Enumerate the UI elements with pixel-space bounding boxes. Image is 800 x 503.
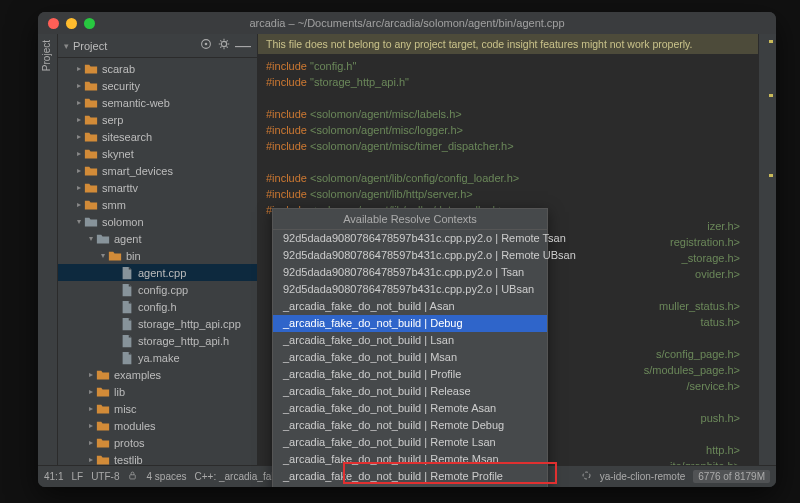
left-gutter: Project: [38, 34, 58, 465]
tree-node[interactable]: ▸modules: [58, 417, 257, 434]
tree-node[interactable]: ▸smart_devices: [58, 162, 257, 179]
tree-node[interactable]: ▾agent: [58, 230, 257, 247]
tree-node[interactable]: ▸sitesearch: [58, 128, 257, 145]
popup-item[interactable]: _arcadia_fake_do_not_build | Remote Msan: [273, 451, 547, 468]
tree-node[interactable]: ▸skynet: [58, 145, 257, 162]
popup-item[interactable]: _arcadia_fake_do_not_build | Remote Debu…: [273, 417, 547, 434]
titlebar: arcadia – ~/Documents/arc/arcadia/solomo…: [38, 12, 776, 34]
editor-marker-bar[interactable]: [758, 34, 776, 465]
indent-settings[interactable]: 4 spaces: [146, 471, 186, 482]
tree-node[interactable]: storage_http_api.h: [58, 332, 257, 349]
tree-node[interactable]: ▸scarab: [58, 60, 257, 77]
tree-node[interactable]: ▸security: [58, 77, 257, 94]
tree-node[interactable]: config.h: [58, 298, 257, 315]
tree-node[interactable]: ▸smarttv: [58, 179, 257, 196]
popup-title: Available Resolve Contexts: [273, 209, 547, 230]
minimize-window-button[interactable]: [66, 18, 77, 29]
memory-indicator[interactable]: 6776 of 8179M: [693, 470, 770, 483]
tree-node[interactable]: ▸testlib: [58, 451, 257, 465]
tree-node[interactable]: ya.make: [58, 349, 257, 366]
file-encoding[interactable]: UTF-8: [91, 471, 119, 482]
background-process[interactable]: ya-ide-clion-remote: [600, 471, 686, 482]
window-title: arcadia – ~/Documents/arc/arcadia/solomo…: [38, 17, 776, 29]
hide-panel-icon[interactable]: —: [235, 37, 251, 55]
svg-point-4: [583, 472, 590, 479]
svg-rect-3: [130, 475, 136, 479]
tree-node[interactable]: ▸protos: [58, 434, 257, 451]
popup-item[interactable]: _arcadia_fake_do_not_build | Asan: [273, 298, 547, 315]
tree-node[interactable]: ▾bin: [58, 247, 257, 264]
popup-item[interactable]: _arcadia_fake_do_not_build | Debug: [273, 315, 547, 332]
zoom-window-button[interactable]: [84, 18, 95, 29]
tree-node[interactable]: ▾solomon: [58, 213, 257, 230]
project-tree[interactable]: ▸scarab▸security▸semantic-web▸serp▸sites…: [58, 58, 257, 465]
svg-point-1: [205, 42, 208, 45]
project-panel: ▾ Project — ▸scarab▸security▸semantic-we…: [58, 34, 258, 465]
tree-node[interactable]: ▸semantic-web: [58, 94, 257, 111]
svg-point-2: [221, 41, 226, 46]
tree-node[interactable]: ▸serp: [58, 111, 257, 128]
tree-node[interactable]: ▸smm: [58, 196, 257, 213]
popup-item[interactable]: _arcadia_fake_do_not_build | Remote Asan: [273, 400, 547, 417]
popup-item[interactable]: 92d5dada9080786478597b431c.cpp.py2.o | U…: [273, 281, 547, 298]
popup-item[interactable]: _arcadia_fake_do_not_build | Remote Lsan: [273, 434, 547, 451]
close-window-button[interactable]: [48, 18, 59, 29]
popup-item[interactable]: _arcadia_fake_do_not_build | Msan: [273, 349, 547, 366]
project-panel-header: ▾ Project —: [58, 34, 257, 58]
popup-item[interactable]: 92d5dada9080786478597b431c.cpp.py2.o | T…: [273, 264, 547, 281]
caret-position[interactable]: 41:1: [44, 471, 63, 482]
warning-banner: This file does not belong to any project…: [258, 34, 758, 54]
popup-item[interactable]: _arcadia_fake_do_not_build | Lsan: [273, 332, 547, 349]
window-controls: [38, 18, 95, 29]
process-icon[interactable]: [581, 470, 592, 483]
project-toolwindow-tab[interactable]: Project: [38, 34, 55, 77]
readonly-icon[interactable]: [127, 470, 138, 483]
ide-window: arcadia – ~/Documents/arc/arcadia/solomo…: [38, 12, 776, 487]
popup-item[interactable]: _arcadia_fake_do_not_build | Profile: [273, 366, 547, 383]
gear-icon[interactable]: [217, 37, 231, 55]
tree-node[interactable]: config.cpp: [58, 281, 257, 298]
tree-node[interactable]: ▸misc: [58, 400, 257, 417]
tree-node[interactable]: storage_http_api.cpp: [58, 315, 257, 332]
tree-node[interactable]: ▸examples: [58, 366, 257, 383]
popup-item[interactable]: 92d5dada9080786478597b431c.cpp.py2.o | R…: [273, 247, 547, 264]
resolve-context-popup: Available Resolve Contexts 92d5dada90807…: [272, 208, 548, 487]
tree-node[interactable]: ▸lib: [58, 383, 257, 400]
popup-item[interactable]: 92d5dada9080786478597b431c.cpp.py2.o | R…: [273, 230, 547, 247]
line-separator[interactable]: LF: [71, 471, 83, 482]
project-panel-title: Project: [73, 40, 199, 52]
tree-node[interactable]: agent.cpp: [58, 264, 257, 281]
locate-icon[interactable]: [199, 37, 213, 55]
popup-item[interactable]: _arcadia_fake_do_not_build | Remote Prof…: [273, 468, 547, 485]
popup-item[interactable]: _arcadia_fake_do_not_build | Remote Rele…: [273, 485, 547, 487]
chevron-down-icon: ▾: [64, 41, 69, 51]
popup-item[interactable]: _arcadia_fake_do_not_build | Release: [273, 383, 547, 400]
